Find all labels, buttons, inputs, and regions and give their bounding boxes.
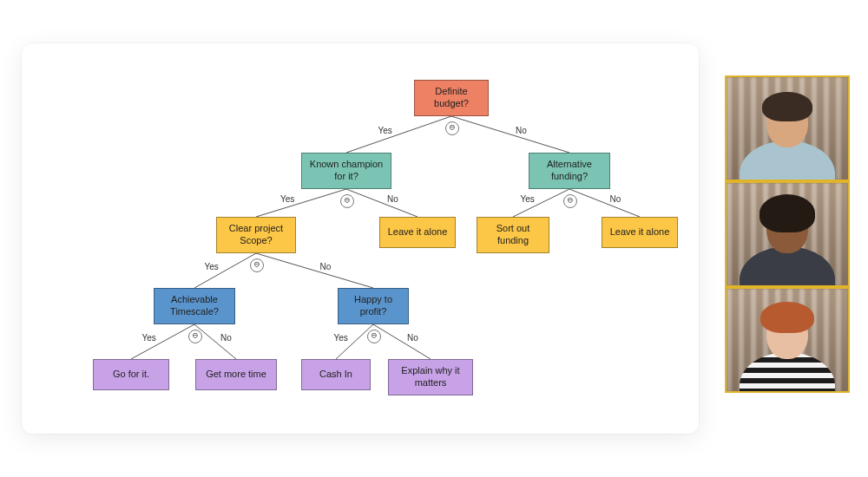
svg-line-2 <box>256 189 346 217</box>
flow-node-sort[interactable]: Sort out funding <box>477 217 549 253</box>
svg-line-7 <box>256 253 373 288</box>
svg-line-11 <box>373 324 431 359</box>
flow-node-why[interactable]: Explain why it matters <box>388 359 473 395</box>
flow-node-champ[interactable]: Known champion for it? <box>301 153 391 189</box>
app-stage: Definite budget?Known champion for it?Al… <box>0 0 868 477</box>
flow-surface[interactable]: Definite budget?Known champion for it?Al… <box>22 43 699 434</box>
flow-node-root[interactable]: Definite budget? <box>414 80 489 116</box>
flow-node-alt[interactable]: Alternative funding? <box>529 153 610 189</box>
video-tile-participant-2[interactable] <box>725 181 850 287</box>
collapse-toggle-icon[interactable]: ⊖ <box>250 258 264 272</box>
svg-line-3 <box>346 189 418 217</box>
flow-node-time[interactable]: Achievable Timescale? <box>154 288 235 324</box>
svg-line-10 <box>336 324 373 359</box>
collapse-toggle-icon[interactable]: ⊖ <box>367 330 381 343</box>
avatar-icon <box>748 88 826 180</box>
svg-line-5 <box>569 189 640 217</box>
svg-line-8 <box>131 324 194 359</box>
video-call-strip <box>725 75 846 393</box>
collapse-toggle-icon[interactable]: ⊖ <box>563 194 577 208</box>
svg-line-1 <box>451 116 569 153</box>
svg-line-0 <box>346 116 451 153</box>
video-tile-participant-1[interactable] <box>725 75 850 181</box>
svg-line-9 <box>194 324 236 359</box>
collapse-toggle-icon[interactable]: ⊖ <box>188 330 202 343</box>
diagram-canvas[interactable]: Definite budget?Known champion for it?Al… <box>22 43 699 434</box>
avatar-icon <box>748 300 826 391</box>
flow-node-more[interactable]: Get more time <box>195 359 277 390</box>
flow-node-cash[interactable]: Cash In <box>301 359 371 390</box>
collapse-toggle-icon[interactable]: ⊖ <box>445 121 459 135</box>
flow-node-leave1[interactable]: Leave it alone <box>379 217 456 248</box>
svg-line-6 <box>194 253 256 288</box>
svg-line-4 <box>513 189 569 217</box>
flow-node-go[interactable]: Go for it. <box>93 359 169 390</box>
avatar-icon <box>748 194 826 285</box>
video-tile-participant-3[interactable] <box>725 287 850 393</box>
flow-node-leave2[interactable]: Leave it alone <box>602 217 678 248</box>
flow-node-happy[interactable]: Happy to profit? <box>338 288 409 324</box>
collapse-toggle-icon[interactable]: ⊖ <box>340 194 354 208</box>
flow-node-scope[interactable]: Clear project Scope? <box>216 217 296 253</box>
